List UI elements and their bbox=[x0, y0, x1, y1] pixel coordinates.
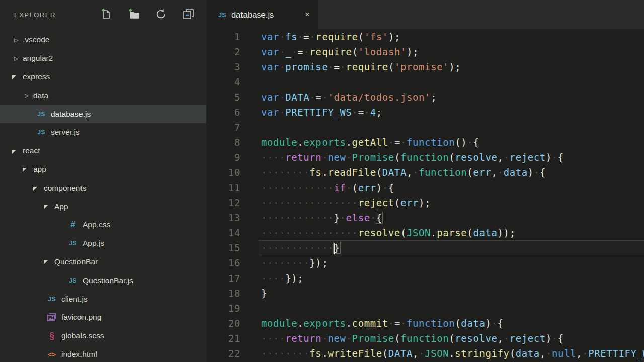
line-number: 4 bbox=[206, 74, 240, 89]
code-line[interactable]: 16········}); bbox=[206, 255, 644, 270]
code-lines: 1var·fs·=·require('fs');2var·_·=·require… bbox=[206, 29, 644, 361]
code-text bbox=[261, 120, 644, 135]
code-text: ················reject(err); bbox=[261, 195, 644, 210]
code-line[interactable]: 3var·promise·=·require('promise'); bbox=[206, 59, 644, 74]
code-text: ········fs.writeFile(DATA,·JSON.stringif… bbox=[261, 346, 644, 361]
code-line[interactable]: 10········fs.readFile(DATA,·function(err… bbox=[206, 165, 644, 180]
tree-item-App.js[interactable]: JSApp.js bbox=[0, 234, 206, 253]
tree-item-server.js[interactable]: JSserver.js bbox=[0, 123, 206, 142]
code-line[interactable]: 17····}); bbox=[206, 270, 644, 286]
tree-item-App[interactable]: App bbox=[0, 197, 206, 216]
tree-item-label: QuestionBar bbox=[54, 257, 98, 266]
tree-item-label: express bbox=[23, 72, 50, 81]
new-file-icon bbox=[100, 8, 112, 22]
tree-item-database.js[interactable]: JSdatabase.js bbox=[0, 105, 206, 123]
tree-item-label: favicon.png bbox=[61, 313, 101, 322]
code-line[interactable]: 7 bbox=[206, 120, 644, 135]
code-line[interactable]: 2var·_·=·require('lodash'); bbox=[206, 44, 644, 59]
line-number: 18 bbox=[206, 286, 240, 301]
new-folder-button[interactable] bbox=[127, 8, 140, 21]
code-line[interactable]: 21····return·new·Promise(function(resolv… bbox=[206, 331, 644, 346]
tree-item-QuestionBar.js[interactable]: JSQuestionBar.js bbox=[0, 271, 206, 290]
tree-item-label: app bbox=[33, 165, 46, 174]
new-file-button[interactable] bbox=[99, 8, 112, 21]
tab-database-js[interactable]: JS database.js × bbox=[206, 0, 318, 29]
line-number: 9 bbox=[206, 150, 240, 165]
code-text bbox=[261, 301, 644, 316]
code-text: var·DATA·=·'data/todos.json'; bbox=[261, 89, 644, 105]
code-line[interactable]: 1var·fs·=·require('fs'); bbox=[206, 29, 644, 44]
code-line[interactable]: 5var·DATA·=·'data/todos.json'; bbox=[206, 89, 644, 105]
css-file-icon: # bbox=[67, 220, 78, 230]
code-text: ················resolve(JSON.parse(data)… bbox=[261, 225, 644, 240]
code-line[interactable]: 11············if·(err)·{ bbox=[206, 180, 644, 195]
code-text: ············} bbox=[259, 240, 644, 255]
code-text: ············if·(err)·{ bbox=[261, 180, 644, 195]
code-text: ········}); bbox=[261, 255, 644, 270]
line-number: 7 bbox=[206, 120, 240, 135]
code-editor[interactable]: 1var·fs·=·require('fs');2var·_·=·require… bbox=[206, 29, 644, 362]
tab-close-icon[interactable]: × bbox=[301, 10, 310, 20]
tree-item-label: client.js bbox=[61, 295, 88, 304]
tree-item-label: server.js bbox=[51, 128, 80, 137]
tree-item-label: database.js bbox=[51, 110, 91, 119]
code-line[interactable]: 14················resolve(JSON.parse(dat… bbox=[206, 225, 644, 240]
code-text: } bbox=[261, 286, 644, 301]
code-text bbox=[261, 74, 644, 89]
code-line[interactable]: 6var·PRETTIFY_WS·=·4; bbox=[206, 105, 644, 120]
tree-item-App.css[interactable]: #App.css bbox=[0, 216, 206, 234]
code-line[interactable]: 15············} bbox=[206, 240, 644, 255]
code-line[interactable]: 12················reject(err); bbox=[206, 195, 644, 210]
line-number: 5 bbox=[206, 89, 240, 105]
tree-item-label: globals.scss bbox=[61, 331, 104, 340]
code-line[interactable]: 20module.exports.commit·=·function(data)… bbox=[206, 316, 644, 331]
tree-item-label: components bbox=[44, 184, 86, 193]
tree-item-QuestionBar[interactable]: QuestionBar bbox=[0, 253, 206, 272]
code-line[interactable]: 9····return·new·Promise(function(resolve… bbox=[206, 150, 644, 165]
tree-item-index.html[interactable]: <>index.html bbox=[0, 345, 206, 362]
tree-item-react[interactable]: react bbox=[0, 142, 206, 160]
refresh-button[interactable] bbox=[154, 8, 168, 21]
chevron-expanded-icon bbox=[44, 205, 48, 209]
code-text: ····return·new·Promise(function(resolve,… bbox=[261, 150, 644, 165]
tree-item-label: react bbox=[23, 146, 40, 155]
tab-title: database.js bbox=[231, 10, 274, 20]
collapse-all-icon bbox=[182, 8, 195, 22]
code-line[interactable]: 8module.exports.getAll·=·function()·{ bbox=[206, 135, 644, 150]
line-number: 19 bbox=[206, 301, 240, 316]
tree-item-favicon.png[interactable]: favicon.png bbox=[0, 308, 206, 327]
line-number: 2 bbox=[206, 44, 240, 59]
code-line[interactable]: 18} bbox=[206, 286, 644, 301]
chevron-collapsed-icon: ▷ bbox=[23, 93, 31, 98]
code-text: var·promise·=·require('promise'); bbox=[261, 59, 644, 74]
code-line[interactable]: 22········fs.writeFile(DATA,·JSON.string… bbox=[206, 346, 644, 361]
collapse-all-button[interactable] bbox=[182, 8, 195, 21]
tree-item-label: angular2 bbox=[23, 54, 53, 63]
line-number: 11 bbox=[206, 180, 240, 195]
line-number: 12 bbox=[206, 195, 240, 210]
tree-item-client.js[interactable]: JSclient.js bbox=[0, 290, 206, 308]
code-text: var·PRETTIFY_WS·=·4; bbox=[261, 105, 644, 120]
chevron-expanded-icon bbox=[12, 75, 16, 79]
code-line[interactable]: 13············}·else·{ bbox=[206, 210, 644, 225]
scss-file-icon: § bbox=[46, 331, 57, 341]
new-folder-icon bbox=[127, 8, 140, 22]
js-file-icon: JS bbox=[218, 11, 226, 19]
tree-item-globals.scss[interactable]: §globals.scss bbox=[0, 327, 206, 345]
js-file-icon: JS bbox=[46, 296, 57, 303]
explorer-title: EXPLORER bbox=[14, 11, 56, 19]
code-line[interactable]: 4 bbox=[206, 74, 644, 89]
code-line[interactable]: 19 bbox=[206, 301, 644, 316]
tree-item-data[interactable]: ▷data bbox=[0, 86, 206, 105]
tree-item-angular2[interactable]: ▷angular2 bbox=[0, 49, 206, 68]
line-number: 22 bbox=[206, 346, 240, 361]
tree-item-app[interactable]: app bbox=[0, 160, 206, 179]
refresh-icon bbox=[155, 8, 167, 22]
tree-item-express[interactable]: express bbox=[0, 68, 206, 86]
js-file-icon: JS bbox=[36, 111, 47, 118]
tree-item-.vscode[interactable]: ▷.vscode bbox=[0, 31, 206, 49]
text-cursor bbox=[334, 243, 335, 254]
html-file-icon: <> bbox=[46, 350, 57, 358]
chevron-collapsed-icon: ▷ bbox=[12, 37, 20, 43]
tree-item-components[interactable]: components bbox=[0, 178, 206, 197]
